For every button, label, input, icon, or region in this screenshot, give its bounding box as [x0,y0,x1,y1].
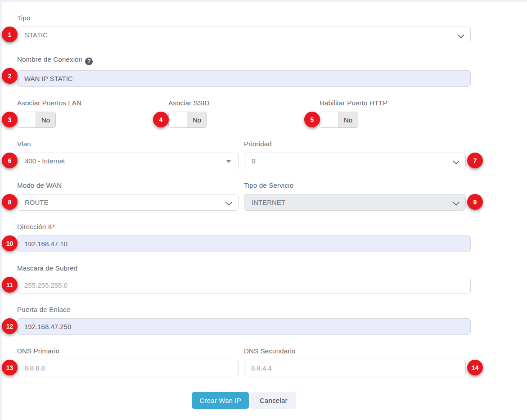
asociar-puertos-lan-toggle[interactable]: No [17,112,56,128]
field-prioridad: Prioridad 0 7 [244,140,466,169]
toggle-off-label: No [36,112,55,127]
caret-down-icon [226,160,231,163]
annotation-badge-13: 13 [2,360,18,375]
puerta-enlace-input[interactable] [17,318,471,335]
annotation-badge-3: 3 [2,112,18,127]
prioridad-select[interactable]: 0 [244,153,466,169]
field-tipo: Tipo STATIC 1 [17,14,471,43]
annotation-badge-10: 10 [2,235,18,251]
tipo-servicio-select: INTERNET [244,194,466,211]
form-actions: Crear Wan IP Cancelar [17,392,471,409]
prioridad-selected-value: 0 [252,157,458,165]
field-asociar-ssid: Asociar SSID No 4 [168,99,320,128]
annotation-badge-8: 8 [2,194,18,210]
nombre-conexion-label: Nombre de Conexión? [17,55,471,65]
dns-secundario-label: DNS Secundario [244,347,466,355]
mascara-subred-label: Mascara de Subred [17,264,471,272]
toggle-off-label: No [338,112,358,127]
annotation-badge-12: 12 [2,318,18,334]
vlan-selected-value: 400 - Internet [25,157,231,165]
direccion-ip-label: Dirección IP [17,223,471,230]
annotation-badge-2: 2 [2,68,18,84]
annotation-badge-6: 6 [2,153,18,168]
modo-wan-select[interactable]: ROUTE [17,194,239,211]
toggle-off-label: No [187,112,207,127]
tipo-select[interactable]: STATIC [17,27,471,43]
field-puerta-enlace: Puerta de Enlace 12 [17,306,471,335]
form-panel: Tipo STATIC 1 Nombre de Conexión? 2 Asoc… [2,2,527,420]
tipo-selected-value: STATIC [25,31,463,39]
toggle-row: Asociar Puertos LAN No 3 Asociar SSID No… [17,99,471,128]
nombre-conexion-input[interactable] [17,70,471,87]
asociar-ssid-toggle[interactable]: No [168,112,207,128]
annotation-badge-7: 7 [467,153,483,168]
asociar-puertos-lan-label: Asociar Puertos LAN [17,99,168,107]
tipo-servicio-label: Tipo de Servicio [244,181,466,189]
vlan-prioridad-row: Vlan 400 - Internet 6 Prioridad 0 7 [17,140,471,169]
modo-wan-label: Modo de WAN [17,181,239,189]
crear-wan-ip-button[interactable]: Crear Wan IP [192,392,249,409]
habilitar-puerto-http-label: Habilitar Puerto HTTP [320,99,471,107]
asociar-ssid-label: Asociar SSID [168,99,320,107]
field-tipo-servicio: Tipo de Servicio INTERNET 9 [244,181,466,211]
field-habilitar-puerto-http: Habilitar Puerto HTTP No 5 [320,99,471,128]
field-vlan: Vlan 400 - Internet 6 [17,140,239,169]
direccion-ip-input[interactable] [17,235,471,252]
puerta-enlace-label: Puerta de Enlace [17,306,471,313]
wan-ip-form: Tipo STATIC 1 Nombre de Conexión? 2 Asoc… [17,14,471,409]
field-nombre-conexion: Nombre de Conexión? 2 [17,55,471,87]
vlan-select[interactable]: 400 - Internet [17,153,239,169]
annotation-badge-11: 11 [2,277,18,293]
dns-primario-input[interactable] [17,360,239,376]
tipo-label: Tipo [17,14,471,22]
field-mascara-subred: Mascara de Subred 11 [17,264,471,294]
field-asociar-puertos-lan: Asociar Puertos LAN No 3 [17,99,168,128]
modo-servicio-row: Modo de WAN ROUTE 8 Tipo de Servicio INT… [17,181,471,211]
annotation-badge-14: 14 [467,360,483,375]
vlan-label: Vlan [17,140,239,148]
tipo-servicio-selected-value: INTERNET [252,199,458,206]
modo-wan-selected-value: ROUTE [25,199,231,206]
toggle-handle [18,112,36,127]
toggle-handle [169,112,187,127]
annotation-badge-9: 9 [467,194,483,210]
prioridad-label: Prioridad [244,140,466,148]
annotation-badge-1: 1 [2,27,18,42]
dns-primario-label: DNS Primario [17,347,239,355]
question-circle-icon[interactable]: ? [85,58,93,65]
dns-secundario-input[interactable] [244,360,466,376]
field-direccion-ip: Dirección IP 10 [17,223,471,252]
annotation-badge-5: 5 [304,112,320,127]
annotation-badge-4: 4 [153,112,169,127]
field-dns-secundario: DNS Secundario 14 [244,347,466,376]
nombre-conexion-label-text: Nombre de Conexión [17,55,82,63]
field-modo-wan: Modo de WAN ROUTE 8 [17,181,239,211]
cancelar-button[interactable]: Cancelar [251,392,296,409]
field-dns-primario: DNS Primario 13 [17,347,239,376]
mascara-subred-input[interactable] [17,277,471,294]
dns-row: DNS Primario 13 DNS Secundario 14 [17,347,471,376]
habilitar-puerto-http-toggle[interactable]: No [320,112,358,128]
toggle-handle [320,112,338,127]
